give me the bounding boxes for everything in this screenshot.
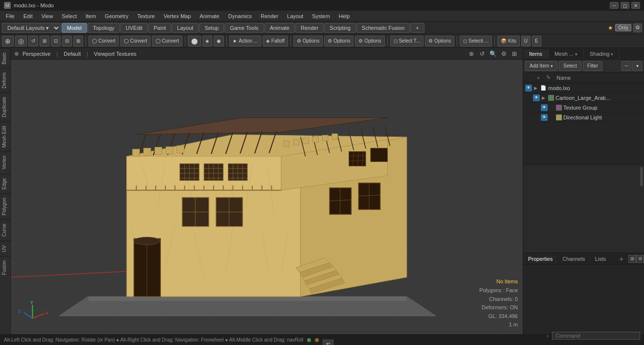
sidebar-tab-curve[interactable]: Curve [0, 219, 11, 241]
layout-select[interactable]: Default Layouts ▾ [2, 23, 61, 33]
maximize-button[interactable]: ◻ [621, 2, 629, 9]
ue-btn[interactable]: U [521, 36, 531, 46]
tab-schematic-fusion[interactable]: Schematic Fusion [356, 23, 410, 33]
tree-item-cartoon[interactable]: 👁 ▶ Cartoon_Large_Arab... [523, 93, 644, 103]
viewport-textures-label[interactable]: Viewport Textures [94, 51, 136, 57]
mode-btn1[interactable]: ◈ [202, 36, 212, 46]
menu-select[interactable]: Select [58, 12, 81, 20]
options-btn2[interactable]: ⚙ Options [324, 36, 354, 46]
panel-tab-items[interactable]: Items [523, 49, 549, 58]
command-field[interactable] [552, 332, 640, 340]
scene-3d[interactable]: X Y Z No Items Polygons : Face Channels:… [11, 60, 523, 334]
sidebar-tab-uv[interactable]: UV [0, 241, 11, 256]
tree-item-texture[interactable]: 👁 Texture Group [523, 103, 644, 113]
menu-help[interactable]: Help [335, 12, 354, 20]
convert-poly-btn[interactable]: ⬡ Convert [120, 36, 151, 46]
panel-tab-shading[interactable]: Shading▾ [584, 49, 620, 58]
command-go-button[interactable]: ↵ [323, 340, 333, 345]
menu-animate[interactable]: Animate [196, 12, 223, 20]
tool-snap-btn[interactable]: ⊞ [73, 36, 83, 46]
tree-add-icon[interactable]: + [534, 73, 543, 82]
sidebar-tab-fusion[interactable]: Fusion [0, 256, 11, 279]
tool-rotate-btn[interactable]: ↺ [28, 36, 38, 46]
viewport-controls: ⊕ ↺ 🔍 ⚙ ⊞ [467, 49, 519, 58]
minimize-button[interactable]: ─ [610, 2, 619, 9]
ue2-btn[interactable]: E [532, 36, 541, 46]
tab-animate[interactable]: Animate [265, 23, 295, 33]
menu-item[interactable]: Item [82, 12, 100, 20]
tool-select-btn[interactable]: ⊕ [2, 36, 14, 46]
scrollbar-thumb[interactable] [640, 167, 643, 186]
minus-filter-btn[interactable]: ─ [622, 61, 631, 71]
sphere-btn[interactable]: ⬤ [188, 36, 201, 46]
close-button[interactable]: ✕ [631, 2, 640, 9]
prop-tab-channels[interactable]: Channels [557, 254, 590, 263]
svg-rect-125 [166, 147, 173, 154]
prop-expand-btn[interactable]: ⊞ [628, 255, 636, 263]
tool-mirror-btn[interactable]: ⊟ [62, 36, 72, 46]
tree-item-light[interactable]: 👁 Directional Light [523, 113, 644, 122]
menu-texture[interactable]: Texture [133, 12, 159, 20]
options-btn3[interactable]: ⚙ Options [355, 36, 384, 46]
viewport-zoom-btn[interactable]: ↺ [478, 49, 487, 58]
tool-scale-btn[interactable]: ⊞ [40, 36, 49, 46]
menu-edit[interactable]: Edit [20, 12, 37, 20]
tool-move-btn[interactable]: ⊡ [51, 36, 61, 46]
tab-layout[interactable]: Layout [172, 23, 199, 33]
tab-topology[interactable]: Topology [88, 23, 120, 33]
viewport-expand-btn[interactable]: ⊞ [510, 49, 519, 58]
select-button[interactable]: Select [559, 61, 581, 71]
sidebar-tab-deform[interactable]: Deform [0, 68, 11, 92]
tree-item-root[interactable]: 👁 ▶ 📄 modo.lxo [523, 83, 644, 93]
select-type-btn[interactable]: ◻ Select T... [390, 36, 424, 46]
viewport-fit-btn[interactable]: 🔍 [489, 49, 497, 58]
convert-sub-btn[interactable]: ⬡ Convert [152, 36, 182, 46]
tab-game-tools[interactable]: Game Tools [224, 23, 264, 33]
menu-vertex-map[interactable]: Vertex Map [160, 12, 195, 20]
tree-vis-cartoon: 👁 [533, 94, 540, 101]
menu-system[interactable]: System [308, 12, 334, 20]
menu-layout[interactable]: Layout [283, 12, 307, 20]
tab-model[interactable]: Model [62, 23, 87, 33]
prop-settings-btn[interactable]: ⚙ [636, 255, 644, 263]
tab-setup[interactable]: Setup [199, 23, 224, 33]
viewport-perspective-label[interactable]: Perspective [22, 51, 50, 57]
action-btn[interactable]: ► Action ... [229, 36, 261, 46]
selection-btn[interactable]: ◻ Selecti ... [460, 36, 492, 46]
menu-file[interactable]: File [2, 12, 19, 20]
sidebar-tab-edge[interactable]: Edge [0, 174, 11, 193]
sidebar-tab-duplicate[interactable]: Duplicate [0, 92, 11, 121]
tool-transform-btn[interactable]: ◎ [15, 36, 27, 46]
menu-view[interactable]: View [38, 12, 57, 20]
mode-btn2[interactable]: ◉ [214, 36, 224, 46]
menu-geometry[interactable]: Geometry [101, 12, 132, 20]
tab-add[interactable]: + [410, 23, 424, 33]
prop-tab-add[interactable]: + [617, 255, 626, 263]
sidebar-tab-mesh-edit[interactable]: Mesh Edit [0, 121, 11, 151]
options-btn4[interactable]: ⚙ Options [425, 36, 454, 46]
panel-tab-mesh[interactable]: Mesh ...▾ [549, 49, 584, 58]
prop-tab-lists[interactable]: Lists [590, 254, 611, 263]
tab-scripting[interactable]: Scripting [324, 23, 356, 33]
filter-button[interactable]: Filter [583, 61, 602, 71]
sidebar-tab-basic[interactable]: Basic [0, 48, 11, 68]
viewport-default-label[interactable]: Default [64, 51, 81, 57]
convert-mesh-btn[interactable]: ⬡ Convert [89, 36, 119, 46]
kits-btn[interactable]: 📦 Kits [497, 36, 519, 46]
tab-uvedit[interactable]: UVEdit [120, 23, 148, 33]
sidebar-tab-polygon[interactable]: Polygon [0, 193, 11, 219]
sidebar-tab-vertex[interactable]: Vertex [0, 151, 11, 173]
add-item-button[interactable]: Add Item [525, 61, 557, 71]
menu-render[interactable]: Render [257, 12, 282, 20]
prop-tab-properties[interactable]: Properties [523, 254, 557, 263]
tree-edit-icon[interactable]: ✎ [544, 73, 553, 82]
options-btn1[interactable]: ⚙ Options [293, 36, 323, 46]
viewport-settings-btn[interactable]: ⚙ [499, 49, 508, 58]
tab-paint[interactable]: Paint [148, 23, 171, 33]
gear-button[interactable]: ⚙ [633, 23, 642, 32]
filter-settings-btn[interactable]: ▾ [632, 61, 642, 71]
viewport-look-btn[interactable]: ⊕ [467, 49, 476, 58]
falloff-btn[interactable]: ◈ Falloff [263, 36, 288, 46]
menu-dynamics[interactable]: Dynamics [224, 12, 256, 20]
tab-render[interactable]: Render [295, 23, 324, 33]
